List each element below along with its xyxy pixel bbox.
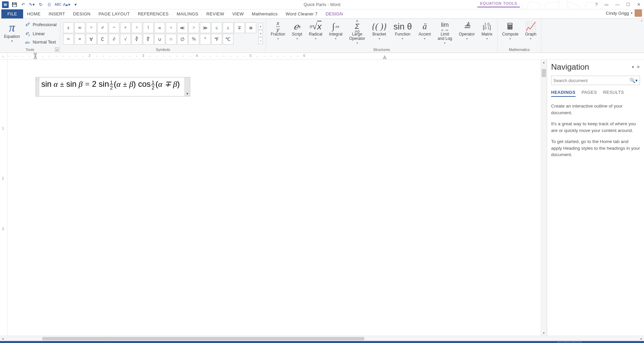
dropdown-icon[interactable]: ▾ — [277, 37, 279, 40]
tab-mailings[interactable]: MAILINGS — [173, 9, 203, 18]
equation-move-handle[interactable]: ⋮⋮ — [36, 77, 39, 96]
document-page[interactable]: ⋮⋮ sin α ± sin β = 2 sin12(α ± β) cos12(… — [7, 60, 541, 336]
dropdown-icon[interactable]: ▾ — [424, 37, 425, 40]
symbols-scroll-down-icon[interactable]: ▾ — [258, 30, 263, 37]
nav-tab-results[interactable]: RESULTS — [603, 90, 624, 97]
symbol-≪[interactable]: ≪ — [177, 22, 188, 33]
symbol-∁[interactable]: ∁ — [97, 34, 108, 45]
symbol->[interactable]: > — [189, 22, 199, 33]
vertical-scrollbar[interactable]: ▴ ▾ — [541, 60, 547, 336]
symbol-×[interactable]: × — [120, 22, 131, 33]
help-icon[interactable]: ? — [594, 1, 599, 8]
tab-mathematics[interactable]: Mathematics — [248, 9, 282, 18]
tools-dialog-launcher[interactable]: ⇲ — [55, 48, 59, 52]
qat-customize-icon[interactable]: ▾ — [72, 2, 78, 8]
structure-bracket[interactable]: {( )}Bracket▾ — [369, 20, 389, 41]
symbol-≅[interactable]: ≅ — [246, 22, 256, 33]
symbol-±[interactable]: ± — [63, 22, 74, 33]
tab-page-layout[interactable]: PAGE LAYOUT — [95, 9, 134, 18]
structure-fraction[interactable]: xyFraction▾ — [268, 20, 288, 41]
symbol-℉[interactable]: ℉ — [211, 34, 222, 45]
linear-button[interactable]: ℯx Linear — [23, 29, 58, 38]
symbol-≠[interactable]: ≠ — [97, 22, 108, 33]
tab-review[interactable]: REVIEW — [202, 9, 228, 18]
symbol-~[interactable]: ~ — [109, 22, 119, 33]
structure-large-operator[interactable]: nΣi=0LargeOperator▾ — [346, 20, 368, 45]
symbol-÷[interactable]: ÷ — [131, 22, 142, 33]
spelling-icon[interactable]: ABC — [55, 2, 61, 8]
symbol-∝[interactable]: ∝ — [154, 22, 165, 33]
view-print-layout[interactable]: ▦ — [566, 342, 573, 343]
view-read-mode[interactable]: ▤ — [558, 342, 565, 343]
quick-print-icon[interactable]: ⎙ — [46, 2, 52, 8]
structure-limit-and-log[interactable]: limn→∞Limitand Log▾ — [435, 20, 455, 45]
graph-button[interactable]: 📈 Graph ▾ — [523, 20, 539, 41]
symbol-%[interactable]: % — [189, 34, 199, 45]
compute-dropdown-icon[interactable]: ▾ — [509, 37, 511, 40]
minimize-icon[interactable]: — — [614, 1, 621, 8]
symbol-√[interactable]: √ — [120, 34, 131, 45]
scroll-up-icon[interactable]: ▴ — [541, 60, 547, 65]
search-icon[interactable]: 🔍▾ — [630, 78, 638, 83]
symbol-≤[interactable]: ≤ — [211, 22, 222, 33]
horizontal-scrollbar[interactable]: ◂ ▸ — [0, 336, 644, 341]
nav-search-box[interactable]: 🔍▾ — [551, 76, 640, 85]
hscroll-track[interactable] — [5, 337, 639, 341]
ribbon-display-icon[interactable]: ▭ — [603, 1, 610, 8]
compute-button[interactable]: 🖩 Compute ▾ — [499, 20, 521, 41]
structure-function[interactable]: sin θFunction▾ — [391, 20, 415, 41]
nav-dropdown-icon[interactable]: ▾ — [632, 65, 634, 69]
equation-dropdown-icon[interactable]: ▾ — [11, 40, 13, 43]
structure-radical[interactable]: n√xRadical▾ — [306, 20, 325, 41]
nav-search-input[interactable] — [553, 78, 630, 83]
equation-container[interactable]: ⋮⋮ sin α ± sin β = 2 sin12(α ± β) cos12(… — [36, 77, 190, 96]
symbol-∩[interactable]: ∩ — [166, 34, 176, 45]
dropdown-icon[interactable]: ▾ — [486, 37, 488, 40]
font-grow-icon[interactable]: A▴▾ — [64, 2, 70, 8]
normal-text-button[interactable]: abc Normal Text — [23, 39, 58, 45]
structure-matrix[interactable]: [1 00 1]Matrix▾ — [479, 20, 495, 41]
user-area[interactable]: Cindy Grigg ▾ — [606, 9, 642, 17]
tab-references[interactable]: REFERENCES — [134, 9, 173, 18]
tab-view[interactable]: VIEW — [228, 9, 248, 18]
user-avatar[interactable] — [635, 9, 642, 17]
tab-file[interactable]: FILE — [1, 9, 23, 18]
redo-icon[interactable]: ↻ — [38, 2, 44, 8]
tab-equation-design[interactable]: DESIGN — [322, 9, 347, 18]
symbol-∂[interactable]: ∂ — [109, 34, 119, 45]
symbol-∞[interactable]: ∞ — [74, 22, 85, 33]
user-dropdown-icon[interactable]: ▾ — [631, 11, 633, 15]
symbols-scroll-up-icon[interactable]: ▴ — [258, 23, 263, 29]
symbol-≥[interactable]: ≥ — [223, 22, 233, 33]
symbols-expand-icon[interactable]: ▿ — [258, 38, 263, 44]
structure-accent[interactable]: äAccent▾ — [416, 20, 434, 41]
hscroll-right-icon[interactable]: ▸ — [639, 337, 644, 340]
symbol-∪[interactable]: ∪ — [154, 34, 165, 45]
equation-options-dropdown[interactable]: ▼ — [184, 77, 190, 96]
maximize-icon[interactable]: ☐ — [625, 1, 632, 8]
dropdown-icon[interactable]: ▾ — [315, 37, 316, 40]
scroll-thumb[interactable] — [542, 69, 546, 77]
right-indent-marker[interactable] — [383, 56, 386, 59]
collapse-ribbon-icon[interactable]: ˄ — [641, 20, 643, 25]
tab-word-cleaner[interactable]: Word Cleaner 7 — [282, 9, 322, 18]
hscroll-left-icon[interactable]: ◂ — [0, 337, 5, 340]
equation-button[interactable]: π Equation ▾ — [2, 20, 22, 44]
dropdown-icon[interactable]: ▾ — [466, 37, 468, 40]
symbol-≫[interactable]: ≫ — [200, 22, 211, 33]
symbol-∜[interactable]: ∜ — [143, 34, 154, 45]
symbol-<[interactable]: < — [166, 22, 176, 33]
save-icon[interactable]: 💾 — [11, 2, 17, 8]
nav-close-icon[interactable]: ✕ — [637, 65, 640, 69]
symbol-∀[interactable]: ∀ — [86, 34, 97, 45]
symbol-∛[interactable]: ∛ — [131, 34, 142, 45]
structure-integral[interactable]: ∫-xxIntegral▾ — [326, 20, 345, 41]
dropdown-icon[interactable]: ▾ — [402, 37, 403, 40]
structure-operator[interactable]: ≜Operator▾ — [456, 20, 477, 41]
vertical-ruler[interactable]: 1 2 3 — [0, 60, 7, 336]
hscroll-thumb[interactable] — [42, 337, 364, 340]
tab-home[interactable]: HOME — [23, 9, 45, 18]
dropdown-icon[interactable]: ▾ — [357, 42, 358, 45]
scroll-down-icon[interactable]: ▾ — [541, 330, 547, 336]
dropdown-icon[interactable]: ▾ — [444, 42, 445, 45]
